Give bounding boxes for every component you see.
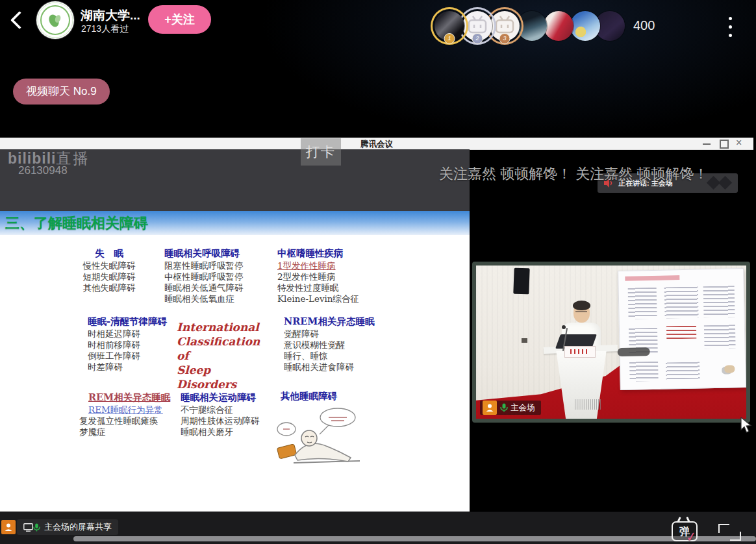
slide-item: 倒班工作障碍 [88,351,175,362]
slide-item-link: REM睡眠行为异常 [79,404,183,415]
screen-share-icon [23,523,33,532]
rank-2-badge: 2 [472,33,483,44]
slide-group-hypersomnia: 中枢嗜睡性疾病 1型发作性睡病 2型发作性睡病 特发性过度睡眠 Kleine-L… [277,247,381,304]
icsd-label: International Classification of Sleep Di… [177,320,274,391]
slide-group-circadian: 睡眠-清醒节律障碍 时相延迟障碍 时相前移障碍 倒班工作障碍 时差障碍 [88,315,175,373]
mini-text-block [703,286,735,317]
tile-label-bar: 主会场 [480,401,541,415]
slide-item: 意识模糊性觉醒 [284,340,375,351]
slide-item: 其他失眠障碍 [73,282,145,293]
participant-icon [483,401,497,415]
leaf-logo-icon [36,1,74,39]
mini-text-block [666,362,700,379]
presenter-glasses [575,311,587,312]
fullscreen-button[interactable] [717,523,742,542]
online-count: 400 [633,18,655,33]
mini-slide-title [625,275,679,281]
group-header: 中枢嗜睡性疾病 [277,247,381,258]
slide-group-nrem: NREM相关异态睡眠 觉醒障碍 意识模糊性觉醒 睡行、睡惊 睡眠相关进食障碍 [284,315,375,373]
share-status-text: 主会场的屏幕共享 [44,521,112,533]
bottom-bar: 主会场的屏幕共享 弹 ✓ [0,512,756,544]
shared-slide: 三、了解睡眠相关障碍 失 眠 慢性失眠障碍 短期失眠障碍 其他失眠障碍 睡眠相关… [0,211,470,512]
back-button[interactable] [8,9,30,31]
fullscreen-corner-icon [730,532,741,541]
seek-bar[interactable] [73,536,756,541]
podium-barcode [575,399,602,410]
mini-cartoon [724,365,735,373]
mini-text-block [628,288,657,319]
kebab-dot [729,34,732,37]
icsd-line: International [177,320,274,334]
checkin-button[interactable]: 打卡 [301,138,341,166]
wall-speaker [513,268,529,295]
slide-item: 睡眠相关磨牙 [181,427,275,438]
slide-item: 睡眠相关进食障碍 [284,362,375,373]
more-menu-button[interactable] [724,16,737,42]
kebab-dot [729,17,732,20]
mini-icsd-block [666,326,696,340]
kebab-dot [729,25,732,29]
slide-item: 觉醒障碍 [284,328,375,340]
mic-icon [33,523,40,532]
insomnia-cartoon [275,406,366,468]
slide-item: 中枢性睡眠呼吸暂停 [164,271,255,282]
danmaku-toggle-button[interactable]: 弹 ✓ [670,515,699,544]
follow-button[interactable]: +关注 [148,5,211,34]
slide-group-rem: REM相关异态睡眠 REM睡眠行为异常 复发孤立性睡眠瘫痪 梦魇症 [79,391,183,438]
group-header: 睡眠-清醒节律障碍 [88,315,175,327]
wall-socket [522,338,527,343]
rank-avatar-1[interactable]: 1 [435,11,464,41]
danmaku-comment: 关注嘉然 顿顿解馋！ 关注嘉然 顿顿解馋！ [439,164,708,184]
video-chat-badge[interactable]: 视频聊天 No.9 [13,79,110,105]
minimize-icon[interactable] [703,143,711,145]
slide-item: 阻塞性睡眠呼吸暂停 [164,260,255,271]
slide-item: 梦魇症 [79,427,183,438]
slide-item: 睡眠相关低通气障碍 [164,282,255,293]
streamer-avatar[interactable] [36,1,74,39]
window-title: 腾讯会议 [360,139,393,150]
rank-1-badge: 1 [444,33,455,44]
live-player: 湖南大学... 2713人看过 +关注 1 2 3 400 [0,0,756,544]
chevron-left-icon [10,11,29,29]
fullscreen-corner-icon [718,524,729,533]
slide-item: 特发性过度睡眠 [277,282,381,293]
slide-item: 复发孤立性睡眠瘫痪 [79,415,183,427]
maximize-icon[interactable] [720,140,729,149]
slide-item-highlight: 1型发作性睡病 [277,260,381,271]
sharer-icon [1,520,16,534]
mini-text-block [664,286,699,318]
group-header: 失 眠 [73,247,145,258]
meeting-titlebar: 腾讯会议 × [0,138,753,150]
mini-text-block [629,362,659,382]
rank-3-badge: 3 [499,33,510,44]
share-status-pill: 主会场的屏幕共享 [17,519,118,535]
mic-icon [500,403,508,412]
name-card-text [570,349,588,354]
slide-item: 周期性肢体运动障碍 [181,415,275,427]
viewer-avatar-5[interactable] [544,11,573,41]
slide-group-breathing: 睡眠相关呼吸障碍 阻塞性睡眠呼吸暂停 中枢性睡眠呼吸暂停 睡眠相关低通气障碍 睡… [164,247,255,304]
mouse-cursor [739,417,753,434]
slide-item: 2型发作性睡病 [277,271,381,282]
group-header: NREM相关异态睡眠 [284,315,375,327]
group-header: 其他睡眠障碍 [281,390,372,401]
slide-item: 短期失眠障碍 [73,271,145,282]
projection-screen [618,268,746,390]
presenter-hair [573,301,590,310]
viewer-count: 2713人看过 [81,23,129,35]
slide-item: 不宁腿综合征 [181,404,275,415]
slide-item: 时相延迟障碍 [88,328,175,340]
icsd-line: Classification of [177,334,274,363]
viewer-avatar-6[interactable] [570,11,600,41]
rank-avatar-2[interactable]: 2 [462,11,492,41]
tile-label: 主会场 [510,402,535,414]
slide-item: 睡行、睡惊 [284,351,375,362]
mini-tooltip [618,347,650,356]
group-header: 睡眠相关运动障碍 [181,391,275,402]
group-header-red: REM相关异态睡眠 [79,391,183,402]
video-tile-main-venue[interactable]: 主会场 [472,262,750,423]
close-icon[interactable]: × [736,136,742,149]
mini-text-block [704,325,736,349]
streamer-name: 湖南大学... [81,7,140,24]
podium-name-card [564,346,596,358]
